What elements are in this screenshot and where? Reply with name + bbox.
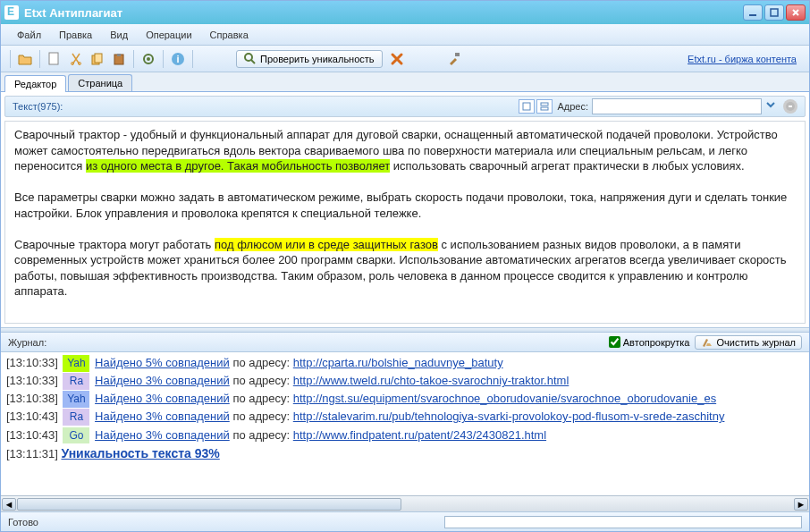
cancel-check-icon[interactable] xyxy=(388,50,406,68)
editor-toolbar: Текст(975): Адрес: xyxy=(4,96,806,117)
settings-icon[interactable] xyxy=(139,50,157,68)
engine-badge: Ra xyxy=(63,373,89,390)
autoscroll-input[interactable] xyxy=(609,336,620,348)
horizontal-scrollbar[interactable]: ◄ ► xyxy=(1,495,809,511)
svg-rect-14 xyxy=(455,53,460,56)
journal-row: [13:10:33] Yah Найдено 5% совпадений по … xyxy=(6,354,804,372)
editor-textarea[interactable]: Сварочный трактор - удобный и функционал… xyxy=(4,121,806,324)
engine-badge: Yah xyxy=(63,355,89,372)
highlighted-text: под флюсом или в среде защитных газов xyxy=(215,238,438,251)
maximize-button[interactable] xyxy=(764,4,784,21)
tab-editor[interactable]: Редактор xyxy=(4,75,66,92)
by-address-label: по адресу: xyxy=(230,356,293,369)
autoscroll-checkbox[interactable]: Автопрокрутка xyxy=(609,336,690,348)
timestamp: [13:10:38] xyxy=(6,392,58,405)
address-label: Адрес: xyxy=(557,101,588,112)
svg-rect-16 xyxy=(541,103,548,106)
tab-page[interactable]: Страница xyxy=(68,74,132,91)
journal-label: Журнал: xyxy=(8,337,46,348)
check-uniqueness-button[interactable]: Проверить уникальность xyxy=(236,50,383,68)
cut-icon[interactable] xyxy=(67,50,85,68)
menu-view[interactable]: Вид xyxy=(101,28,137,42)
status-text: Готово xyxy=(8,517,38,528)
by-address-label: по адресу: xyxy=(230,428,293,442)
journal-row: [13:10:43] Go Найдено 3% совпадений по а… xyxy=(6,426,804,444)
engine-badge: Go xyxy=(63,427,89,444)
etxt-link[interactable]: Etxt.ru - биржа контента xyxy=(688,54,804,64)
highlighted-text: из одного места в другое. Такая мобильно… xyxy=(86,159,390,173)
scroll-right-icon[interactable]: ► xyxy=(794,498,808,511)
menu-edit[interactable]: Правка xyxy=(50,28,101,42)
editor-text: использовать сварочный агрегат практичес… xyxy=(390,159,745,173)
autoscroll-label: Автопрокрутка xyxy=(623,337,690,348)
magnifier-icon xyxy=(244,53,257,65)
toolbar: i Проверить уникальность Etxt.ru - биржа… xyxy=(1,46,809,72)
text-count-label: Текст(975): xyxy=(13,101,63,112)
close-button[interactable] xyxy=(786,4,806,21)
titlebar: Etxt Антиплагиат xyxy=(1,1,809,24)
journal-row: [13:10:38] Yah Найдено 3% совпадений по … xyxy=(6,390,804,408)
result-url[interactable]: http://www.findpatent.ru/patent/243/2430… xyxy=(293,428,546,442)
address-input[interactable] xyxy=(592,98,762,114)
result-url[interactable]: http://ngst.su/equipment/svarochnoe_obor… xyxy=(293,392,716,405)
copy-icon[interactable] xyxy=(89,50,106,68)
by-address-label: по адресу: xyxy=(230,392,293,405)
editor-text: Все параметры сварки можно задать в авто… xyxy=(14,190,787,220)
journal-header: Журнал: Автопрокрутка Очистить журнал xyxy=(1,333,809,352)
clear-label: Очистить журнал xyxy=(716,337,796,348)
svg-rect-2 xyxy=(49,53,58,64)
found-matches-link[interactable]: Найдено 3% совпадений xyxy=(95,374,230,387)
hammer-icon[interactable] xyxy=(445,50,463,68)
minimize-button[interactable] xyxy=(743,4,763,21)
svg-rect-17 xyxy=(541,107,548,110)
svg-rect-0 xyxy=(749,14,756,16)
clear-journal-button[interactable]: Очистить журнал xyxy=(695,335,802,350)
scroll-thumb[interactable] xyxy=(17,498,401,511)
found-matches-link[interactable]: Найдено 5% совпадений xyxy=(95,356,230,369)
svg-point-10 xyxy=(147,57,150,61)
svg-rect-6 xyxy=(95,54,102,63)
timestamp: [13:10:43] xyxy=(6,428,58,442)
result-url[interactable]: http://cparta.ru/bolshie_naduvnye_batuty xyxy=(293,356,503,369)
result-url[interactable]: http://www.tweld.ru/chto-takoe-svarochni… xyxy=(293,374,570,387)
uniqueness-result[interactable]: Уникальность текста 93% xyxy=(61,446,219,460)
go-dropdown-icon[interactable] xyxy=(765,99,780,114)
result-url[interactable]: http://stalevarim.ru/pub/tehnologiya-sva… xyxy=(293,410,725,423)
view-mode-2-button[interactable] xyxy=(536,99,553,114)
check-label: Проверить уникальность xyxy=(260,54,375,64)
journal-row: [13:10:33] Ra Найдено 3% совпадений по а… xyxy=(6,372,804,390)
svg-point-13 xyxy=(245,54,252,61)
scroll-left-icon[interactable]: ◄ xyxy=(2,498,16,511)
timestamp: [13:10:43] xyxy=(6,410,58,423)
new-doc-icon[interactable] xyxy=(46,50,63,68)
timestamp: [13:10:33] xyxy=(6,374,58,387)
menu-operations[interactable]: Операции xyxy=(137,28,200,42)
by-address-label: по адресу: xyxy=(230,410,293,423)
open-folder-icon[interactable] xyxy=(16,50,34,68)
found-matches-link[interactable]: Найдено 3% совпадений xyxy=(95,428,230,442)
found-matches-link[interactable]: Найдено 3% совпадений xyxy=(95,410,230,423)
view-mode-1-button[interactable] xyxy=(519,99,535,114)
timestamp: [13:10:33] xyxy=(6,356,58,369)
address-cancel-icon[interactable] xyxy=(783,99,797,114)
journal-row-uniqueness: [13:11:31] Уникальность текста 93% xyxy=(6,444,804,464)
journal-body[interactable]: [13:10:33] Yah Найдено 5% совпадений по … xyxy=(1,352,809,495)
found-matches-link[interactable]: Найдено 3% совпадений xyxy=(95,392,230,405)
journal-row: [13:10:43] Ra Найдено 3% совпадений по а… xyxy=(6,408,804,426)
engine-badge: Ra xyxy=(63,409,89,426)
svg-rect-1 xyxy=(771,9,778,16)
menu-file[interactable]: Файл xyxy=(8,28,50,42)
progress-bar xyxy=(444,516,802,528)
by-address-label: по адресу: xyxy=(230,374,293,387)
statusbar: Готово xyxy=(1,511,809,531)
app-window: Etxt Антиплагиат Файл Правка Вид Операци… xyxy=(0,0,810,532)
svg-rect-15 xyxy=(523,103,530,110)
timestamp: [13:11:31] xyxy=(6,447,58,460)
editor-text: Сварочные трактора могут работать xyxy=(14,238,215,251)
svg-rect-8 xyxy=(117,54,121,56)
engine-badge: Yah xyxy=(63,391,89,408)
menu-help[interactable]: Справка xyxy=(201,28,257,42)
app-title: Etxt Антиплагиат xyxy=(24,6,741,20)
help-icon[interactable]: i xyxy=(169,50,187,68)
paste-icon[interactable] xyxy=(110,50,128,68)
